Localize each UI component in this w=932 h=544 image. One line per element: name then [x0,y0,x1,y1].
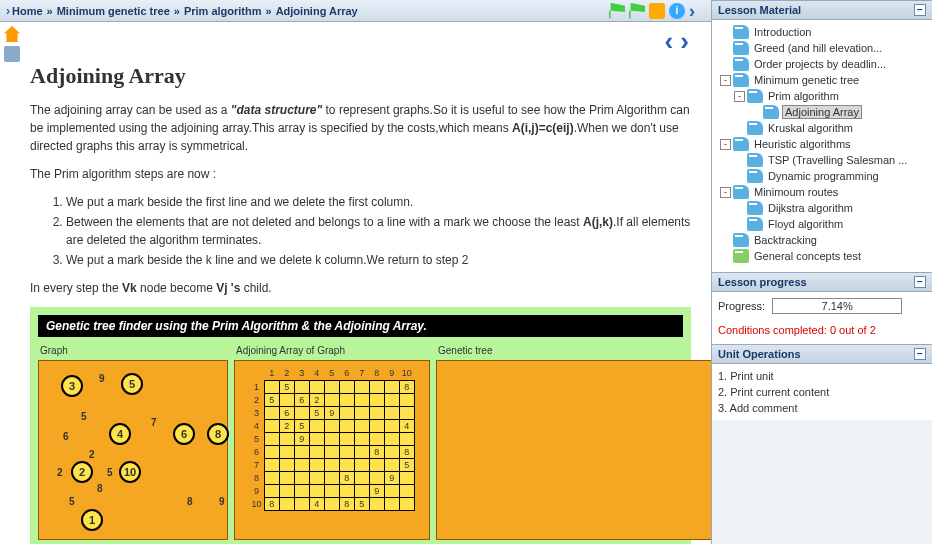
op-add-comment[interactable]: 3. Add comment [718,400,926,416]
book-icon [747,169,763,183]
book-icon [747,89,763,103]
breadcrumb: › Home » Minimum genetic tree » Prim alg… [6,4,609,18]
tree-item[interactable]: -Minimum genetic tree [716,72,928,88]
op-print-current[interactable]: 2. Print current content [718,384,926,400]
graph-node[interactable]: 5 [121,373,143,395]
tree-item-label: Floyd algorithm [766,218,845,230]
expand-icon[interactable]: - [720,139,731,150]
conditions-text: Conditions completed: 0 out of 2 [712,320,932,344]
tree-item[interactable]: Dynamic programming [716,168,928,184]
lesson-tree: IntroductionGreed (and hill elevation...… [712,20,932,272]
collapse-icon[interactable]: − [914,4,926,16]
expand-icon[interactable]: - [720,75,731,86]
tree-item-label: Backtracking [752,234,819,246]
graph-canvas[interactable]: 12345681095622855789 [38,360,228,540]
flag-icon[interactable] [609,3,625,19]
graph-node[interactable]: 4 [109,423,131,445]
crumb-2[interactable]: Prim algorithm [184,5,262,17]
edge-weight: 5 [107,467,113,478]
op-print-unit[interactable]: 1. Print unit [718,368,926,384]
test-icon [733,249,749,263]
tree-item[interactable]: -Prim algorithm [716,88,928,104]
graph-node[interactable]: 6 [173,423,195,445]
matrix-canvas[interactable]: 1234567891015825623659425459688758899910… [234,360,430,540]
tree-item[interactable]: Introduction [716,24,928,40]
tree-item[interactable]: General concepts test [716,248,928,264]
book-icon [747,153,763,167]
tree-item[interactable]: Backtracking [716,232,928,248]
edge-weight: 9 [99,373,105,384]
book-icon [733,41,749,55]
closing-paragraph: In every step the Vk node become Vj 's c… [30,279,691,297]
collapse-icon[interactable]: − [914,276,926,288]
tree-item[interactable]: -Minimoum routes [716,184,928,200]
graph-node[interactable]: 2 [71,461,93,483]
tree-item-label: Heuristic algorithms [752,138,853,150]
graph-node[interactable]: 1 [81,509,103,531]
forward-icon[interactable]: › [689,3,705,19]
book-icon [747,217,763,231]
tree-item-label: Introduction [752,26,813,38]
expand-icon[interactable]: - [734,91,745,102]
expand-icon[interactable]: - [720,187,731,198]
home-icon[interactable] [4,26,20,42]
step-3: We put a mark beside the k line and we d… [66,251,691,269]
tree-canvas[interactable] [436,360,711,540]
tree-item[interactable]: Kruskal algorithm [716,120,928,136]
prev-page-icon[interactable]: ‹ [665,26,674,56]
unit-ops-list: 1. Print unit 2. Print current content 3… [712,364,932,420]
graph-node[interactable]: 10 [119,461,141,483]
collapse-icon[interactable]: − [914,348,926,360]
tree-item-label: TSP (Travelling Salesman ... [766,154,909,166]
info-icon[interactable] [669,3,685,19]
next-page-icon[interactable]: › [680,26,689,56]
breadcrumb-arrow-icon: › [6,4,10,18]
edge-weight: 8 [97,483,103,494]
edge-weight: 2 [57,467,63,478]
tree-item-label: Kruskal algorithm [766,122,855,134]
tree-item-label: Dijkstra algorithm [766,202,855,214]
left-icon-strip [0,22,22,544]
crumb-3: Adjoining Array [276,5,358,17]
tree-item[interactable]: Greed (and hill elevation... [716,40,928,56]
edge-weight: 7 [151,417,157,428]
tree-item[interactable]: Floyd algorithm [716,216,928,232]
content: ‹ › Adjoining Array The adjoining array … [22,22,711,544]
progress-bar: 7.14% [772,298,902,314]
flag-add-icon[interactable] [629,3,645,19]
book-icon [733,185,749,199]
panel-matrix: Adjoining Array of Graph 123456789101582… [234,343,430,540]
crumb-1[interactable]: Minimum genetic tree [57,5,170,17]
edge-weight: 5 [81,411,87,422]
tree-item-label: Minimum genetic tree [752,74,861,86]
edge-weight: 6 [63,431,69,442]
book-icon [763,105,779,119]
graph-node[interactable]: 3 [61,375,83,397]
lesson-material-header[interactable]: Lesson Material − [712,0,932,20]
main-area: › Home » Minimum genetic tree » Prim alg… [0,0,712,544]
package-icon[interactable] [649,3,665,19]
tree-item[interactable]: Dijkstra algorithm [716,200,928,216]
simulation-box: Genetic tree finder using the Prim Algor… [30,307,691,544]
tree-item-label: Greed (and hill elevation... [752,42,884,54]
sim-title: Genetic tree finder using the Prim Algor… [38,315,683,337]
tree-item[interactable]: -Heuristic algorithms [716,136,928,152]
graph-node[interactable]: 8 [207,423,229,445]
tree-item[interactable]: Order projects by deadlin... [716,56,928,72]
page-nav: ‹ › [30,26,691,57]
steps-list: We put a mark beside the first line and … [66,193,691,269]
tree-item[interactable]: Adjoining Array [716,104,928,120]
edge-weight: 9 [219,496,225,507]
lesson-progress-header[interactable]: Lesson progress − [712,272,932,292]
book-icon [733,137,749,151]
crumb-home[interactable]: Home [12,5,43,17]
panel-tree: Genetic tree [436,343,711,540]
unit-ops-header[interactable]: Unit Operations − [712,344,932,364]
tree-item-label: Minimoum routes [752,186,840,198]
tree-item-label: Dynamic programming [766,170,881,182]
tree-item-label: Order projects by deadlin... [752,58,888,70]
page-title: Adjoining Array [30,63,691,89]
tree-item[interactable]: TSP (Travelling Salesman ... [716,152,928,168]
print-icon[interactable] [4,46,20,62]
edge-weight: 5 [69,496,75,507]
